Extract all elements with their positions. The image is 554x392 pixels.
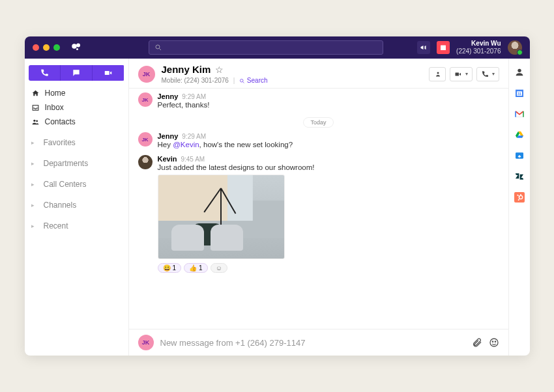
emoji-icon[interactable] <box>489 337 499 348</box>
current-user-phone: (224) 301-2076 <box>456 48 501 55</box>
contact-name: Jenny Kim <box>162 64 211 75</box>
svg-point-16 <box>495 341 495 342</box>
message-text: Hey @Kevin, how's the new set looking? <box>158 141 293 148</box>
sender-name: Jenny <box>158 92 179 100</box>
app-window: Kevin Wu (224) 301-2076 Home Inbox Conta… <box>25 36 530 356</box>
message-text: Perfect, thanks! <box>158 101 210 109</box>
gmail-icon[interactable] <box>514 108 525 120</box>
message-button[interactable] <box>60 65 92 81</box>
section-favorites[interactable]: Favorites <box>31 135 122 150</box>
section-recent[interactable]: Recent <box>31 219 122 233</box>
contact-phone: Mobile: (224) 301-2076 <box>162 77 229 84</box>
google-calendar-icon[interactable]: 31 <box>514 87 525 99</box>
message-time: 9:45 AM <box>181 156 205 163</box>
calendar-badge-icon[interactable] <box>437 41 450 54</box>
svg-rect-13 <box>455 72 459 76</box>
nav-inbox[interactable]: Inbox <box>31 100 122 115</box>
google-drive-icon[interactable] <box>514 129 525 141</box>
nav-label: Inbox <box>45 103 64 112</box>
hubspot-icon[interactable] <box>514 191 525 203</box>
maximize-window[interactable] <box>53 44 60 51</box>
svg-point-12 <box>437 72 439 74</box>
section-call-centers[interactable]: Call Centers <box>31 177 122 191</box>
app-logo <box>70 40 82 55</box>
section-channels[interactable]: Channels <box>31 198 122 212</box>
call-button[interactable] <box>29 65 60 81</box>
announcements-icon[interactable] <box>417 41 430 54</box>
mention[interactable]: @Kevin <box>173 141 199 148</box>
nav-label: Contacts <box>45 117 76 126</box>
day-separator: Today <box>138 115 499 127</box>
svg-rect-5 <box>441 46 446 51</box>
quick-actions <box>29 65 124 81</box>
svg-point-2 <box>76 48 78 50</box>
add-contact-button[interactable] <box>429 67 446 81</box>
search-icon <box>154 44 162 51</box>
nav-label: Home <box>45 89 66 98</box>
composer-avatar: JK <box>138 335 154 350</box>
svg-point-8 <box>33 119 35 121</box>
svg-text:31: 31 <box>518 92 521 96</box>
sender-avatar <box>138 155 153 169</box>
add-reaction-button[interactable]: ☺ <box>211 263 227 273</box>
nav-home[interactable]: Home <box>31 86 122 100</box>
svg-point-25 <box>520 194 521 195</box>
svg-point-0 <box>72 44 77 49</box>
sender-name: Kevin <box>158 155 177 163</box>
sender-avatar: JK <box>138 132 153 147</box>
svg-line-11 <box>243 81 244 83</box>
svg-point-9 <box>36 120 38 122</box>
titlebar: Kevin Wu (224) 301-2076 <box>25 36 530 59</box>
profile-panel-icon[interactable] <box>514 66 525 78</box>
global-search[interactable] <box>149 40 383 55</box>
reaction-pill[interactable]: 👍1 <box>184 263 208 273</box>
video-call-button[interactable] <box>450 67 473 81</box>
image-attachment[interactable] <box>158 175 285 259</box>
message-time: 9:29 AM <box>182 93 206 100</box>
message-item: JK Jenny9:29 AM Perfect, thanks! <box>138 92 499 109</box>
search-icon <box>239 78 245 84</box>
zendesk-icon[interactable] <box>514 171 525 182</box>
current-user-avatar[interactable] <box>508 40 522 55</box>
home-icon <box>31 89 40 98</box>
app-rail: 31 <box>509 59 530 356</box>
attachment-icon[interactable] <box>472 337 482 348</box>
svg-point-1 <box>76 44 80 48</box>
svg-point-17 <box>518 69 521 72</box>
minimize-window[interactable] <box>43 44 50 51</box>
contacts-icon <box>31 118 40 126</box>
conversation-thread: JK Jenny Kim ☆ Mobile: (224) 301-2076 | … <box>129 59 509 356</box>
content: JK Jenny Kim ☆ Mobile: (224) 301-2076 | … <box>129 59 530 356</box>
message-time: 9:29 AM <box>182 133 206 140</box>
svg-point-10 <box>241 79 244 82</box>
svg-point-15 <box>492 341 493 342</box>
message-item: Kevin9:45 AM Just added the latest desig… <box>138 155 499 273</box>
contact-avatar: JK <box>138 66 155 83</box>
svg-line-4 <box>159 49 161 51</box>
current-user[interactable]: Kevin Wu (224) 301-2076 <box>456 40 501 55</box>
close-window[interactable] <box>33 44 39 51</box>
message-composer: JK <box>129 329 508 356</box>
message-item: JK Jenny9:29 AM Hey @Kevin, how's the ne… <box>138 132 499 148</box>
thread-header: JK Jenny Kim ☆ Mobile: (224) 301-2076 | … <box>129 59 508 89</box>
sender-name: Jenny <box>158 132 179 140</box>
section-departments[interactable]: Departments <box>31 156 122 171</box>
reactions: 😀1 👍1 ☺ <box>158 263 315 273</box>
thread-search-link[interactable]: Search <box>247 77 268 84</box>
video-button[interactable] <box>92 65 124 81</box>
favorite-star-icon[interactable]: ☆ <box>215 64 224 75</box>
sidebar: Home Inbox Contacts Favorites Department… <box>25 59 129 356</box>
voice-call-button[interactable] <box>476 67 499 81</box>
svg-point-14 <box>490 339 498 346</box>
reaction-pill[interactable]: 😀1 <box>158 263 182 273</box>
window-controls <box>33 44 60 51</box>
screenshare-icon[interactable] <box>514 150 525 161</box>
svg-point-3 <box>156 45 160 49</box>
message-list: JK Jenny9:29 AM Perfect, thanks! Today J… <box>129 89 508 329</box>
message-text: Just added the latest designs to our sho… <box>158 163 315 171</box>
sender-avatar: JK <box>138 92 153 107</box>
inbox-icon <box>31 104 40 112</box>
message-input[interactable] <box>160 338 465 348</box>
current-user-name: Kevin Wu <box>456 40 501 48</box>
nav-contacts[interactable]: Contacts <box>31 115 122 129</box>
